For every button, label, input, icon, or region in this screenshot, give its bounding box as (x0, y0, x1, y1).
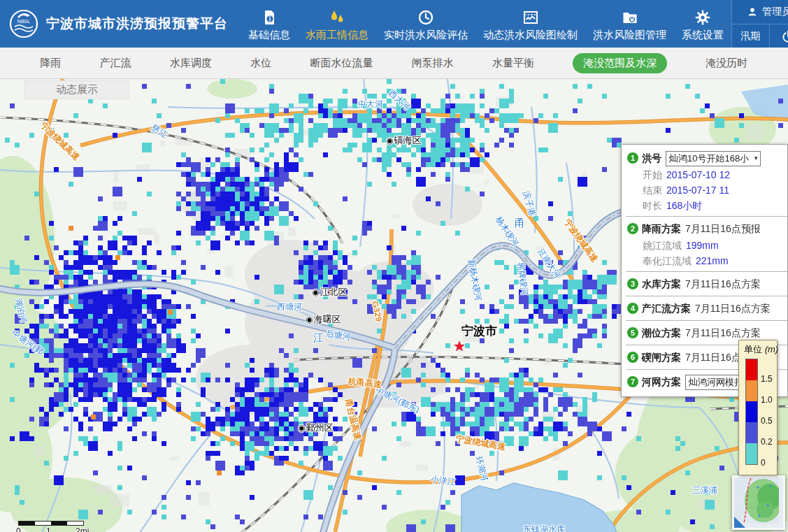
app-title: 宁波市城市洪涝预报预警平台 (46, 15, 228, 33)
step-badge: 3 (627, 278, 638, 289)
header-corner: 管理员 汛期 (731, 0, 788, 48)
subnav-tab-9[interactable]: 淹没历时 (705, 57, 747, 70)
depth-legend: 单位 (m) 1.51.00.50.20 (738, 340, 778, 475)
divider (626, 296, 787, 296)
main-nav: 基础信息水雨工情信息实时洪水风险评估动态洪水风险图绘制洪水风险图管理系统设置 (241, 0, 731, 48)
map-scalebar: 0 1 2mi (18, 521, 102, 526)
divider (626, 216, 787, 217)
logo-text: NBSL (17, 19, 30, 24)
scheme-title: 碶闸方案 (642, 352, 681, 363)
legend-tick-label: 0.2 (761, 437, 773, 447)
scheme-detail-row: 开始2015-07-10 12 (622, 167, 787, 182)
step-badge: 5 (627, 327, 638, 338)
subnav-tabs: 降雨产汇流水库调度水位断面水位流量闸泵排水水量平衡淹没范围及水深淹没历时 (0, 48, 788, 79)
scheme-title: 水库方案 (642, 278, 681, 289)
brand: NBSL 宁波市城市洪涝预报预警平台 (0, 0, 228, 48)
app-logo-icon: NBSL (8, 8, 39, 39)
nav-item-1[interactable]: 基础信息 (248, 8, 290, 42)
clock-icon (417, 8, 434, 27)
scheme-value: 7月11日16点方案 (695, 303, 771, 314)
scheme-title: 降雨方案 (642, 223, 681, 234)
legend-tick-label: 0 (761, 458, 766, 468)
subnav-tab-5[interactable]: 断面水位流量 (310, 57, 373, 70)
step-badge: 6 (627, 352, 638, 363)
nav-item-4[interactable]: 动态洪水风险图绘制 (483, 8, 578, 42)
scheme-row-4: 4产汇流方案7月11日16点方案 (622, 299, 787, 317)
legend-tick-label: 1.0 (761, 395, 773, 405)
scheme-detail-row: 奉化江流域221mm (622, 253, 787, 268)
subnav-tab-6[interactable]: 闸泵排水 (412, 57, 454, 70)
folder-lock-icon (622, 8, 638, 27)
scheme-title: 产汇流方案 (642, 303, 691, 314)
legend-color-bar (745, 359, 758, 465)
nav-item-label: 动态洪水风险图绘制 (483, 29, 578, 42)
user-label: 管理员 (762, 6, 788, 18)
step-badge: 7 (627, 376, 638, 387)
step-badge: 2 (627, 223, 638, 234)
scheme-row-2: 2降雨方案7月11日16点预报 (622, 220, 787, 238)
divider (626, 320, 787, 321)
detail-label: 姚江流域 (643, 240, 682, 251)
step-badge: 1 (627, 152, 638, 164)
raindrops-icon (329, 8, 345, 27)
scheme-detail-row: 姚江流域199mm (622, 238, 787, 253)
scheme-title: 洪号 (642, 152, 661, 164)
detail-label: 时长 (643, 200, 662, 211)
subnav-tab-1[interactable]: 降雨 (41, 57, 62, 70)
nav-item-label: 基础信息 (248, 29, 290, 42)
detail-value: 199mm (686, 240, 719, 251)
scheme-row-1: 1洪号灿鸿10号开始168小▼ (622, 149, 787, 167)
scalebar-label-2: 2mi (76, 526, 89, 532)
nav-item-2[interactable]: 水雨工情信息 (306, 8, 368, 42)
overview-minimap[interactable] (732, 475, 785, 530)
legend-tick-label: 1.5 (761, 374, 773, 384)
scheme-row-3: 3水库方案7月11日16点方案 (622, 275, 787, 293)
subnav-tab-7[interactable]: 水量平衡 (492, 57, 534, 70)
scheme-select[interactable]: 灿鸿10号开始168小▼ (666, 151, 761, 166)
flood-season-button[interactable]: 汛期 (732, 24, 770, 48)
chevron-down-icon: ▼ (753, 152, 759, 166)
minimap-collapse-button[interactable] (734, 517, 745, 528)
divider (626, 271, 787, 272)
dynamic-chart-icon (522, 8, 539, 27)
power-icon (781, 29, 788, 43)
scheme-detail-row: 结束2015-07-17 11 (622, 182, 787, 198)
subnav-tab-3[interactable]: 水库调度 (170, 57, 212, 70)
subnav-tab-8[interactable]: 淹没范围及水深 (573, 53, 667, 73)
legend-title: 单位 (m) (744, 343, 777, 356)
nav-item-label: 系统设置 (682, 29, 724, 42)
gear-icon (694, 8, 711, 27)
scheme-title: 潮位方案 (642, 327, 681, 338)
nav-item-label: 洪水风险图管理 (593, 29, 666, 42)
detail-value: 2015-07-10 12 (666, 169, 730, 180)
document-info-icon (261, 8, 278, 27)
step-badge: 4 (627, 303, 638, 314)
scheme-detail-row: 时长168小时 (622, 198, 787, 213)
scalebar-segments (18, 521, 84, 526)
detail-label: 奉化江流域 (643, 255, 692, 266)
app-header: NBSL 宁波市城市洪涝预报预警平台 基础信息水雨工情信息实时洪水风险评估动态洪… (0, 0, 788, 48)
dynamic-display-button[interactable]: 动态展示 (24, 80, 129, 99)
detail-value: 221mm (696, 255, 729, 266)
detail-value: 168小时 (666, 200, 702, 211)
nav-item-5[interactable]: 洪水风险图管理 (593, 8, 666, 42)
nav-item-label: 实时洪水风险评估 (384, 29, 468, 42)
scheme-value: 7月11日16点预报 (685, 223, 761, 234)
nav-item-3[interactable]: 实时洪水风险评估 (384, 8, 468, 42)
flood-platform-app: NBSL 宁波市城市洪涝预报预警平台 基础信息水雨工情信息实时洪水风险评估动态洪… (0, 0, 788, 532)
scheme-title: 河网方案 (642, 376, 681, 387)
legend-tick-label: 0.5 (761, 416, 773, 426)
logout-power-button[interactable] (770, 24, 788, 48)
user-icon (747, 6, 758, 17)
detail-label: 结束 (643, 185, 662, 196)
scheme-value: 7月11日16点方案 (685, 278, 761, 289)
detail-label: 开始 (643, 169, 662, 180)
nav-item-label: 水雨工情信息 (306, 29, 368, 42)
user-menu[interactable]: 管理员 (732, 0, 788, 24)
nav-item-6[interactable]: 系统设置 (682, 8, 724, 42)
map-canvas[interactable]: ◉镇海区◉江北区◉海曙区◉鄞州区宁波市中大河西大河慈江滨子港杨木碶河新杨木碶河甬… (0, 79, 788, 532)
scalebar-label-0: 0 (16, 526, 21, 532)
scalebar-label-1: 1 (46, 526, 51, 532)
subnav-tab-4[interactable]: 水位 (250, 57, 271, 70)
subnav-tab-2[interactable]: 产汇流 (100, 57, 131, 70)
